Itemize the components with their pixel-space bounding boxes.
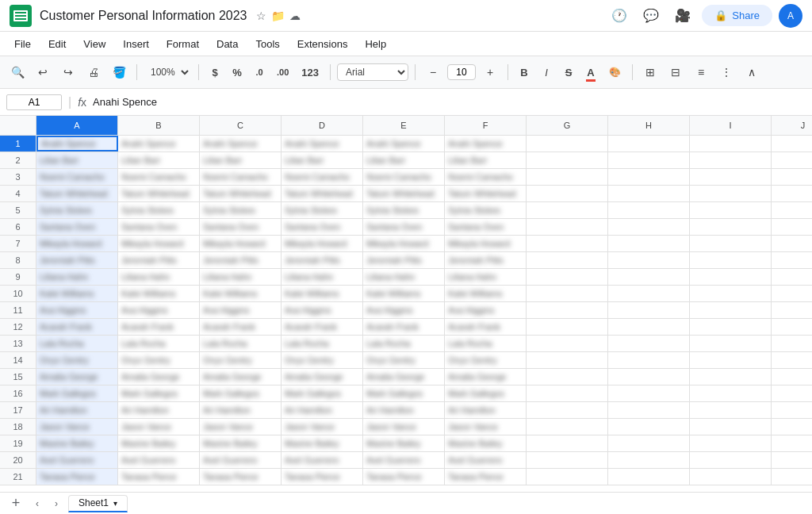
grid-cell[interactable]: Noemi Camacho [363,169,445,185]
grid-cell[interactable] [608,286,690,301]
grid-cell[interactable]: Tanasa Pierce [282,469,363,485]
decimal-decrease-button[interactable]: .0 [250,61,269,83]
grid-cell[interactable] [527,402,608,418]
grid-cell[interactable]: Maxine Bailey [200,435,282,451]
grid-cell[interactable] [527,386,608,401]
grid-cell[interactable]: Tanasa Pierce [200,469,282,485]
grid-cell[interactable]: Jeremiah Pitts [282,252,363,268]
grid-cell[interactable]: Mikayla Howard [282,236,363,251]
grid-cell[interactable]: Jason Vance [36,419,118,435]
grid-cell[interactable]: Lilian Barr [200,152,282,168]
grid-cell[interactable]: Tatum Whitehead [118,186,200,201]
grid-cell[interactable] [527,152,608,168]
font-size-input[interactable] [447,64,476,80]
grid-cell[interactable] [772,319,812,335]
grid-cell[interactable]: Onyx Gentry [36,352,118,368]
grid-cell[interactable] [690,352,772,368]
grid-cell[interactable]: Noemi Camacho [282,169,363,185]
grid-cell[interactable] [690,419,772,435]
formula-fx-icon[interactable]: fx [78,96,86,109]
col-header-b[interactable]: B [118,116,200,135]
grid-cell[interactable]: Lala Rocha [282,336,363,351]
grid-cell[interactable] [608,402,690,418]
bold-button[interactable]: B [515,61,534,83]
row-number[interactable]: 17 [0,402,36,418]
grid-cell[interactable]: Jeremiah Pitts [36,252,118,268]
grid-cell[interactable]: Ari Hamilton [118,402,200,418]
col-header-h[interactable]: H [608,116,690,135]
grid-cell[interactable] [690,152,772,168]
grid-cell[interactable] [772,435,812,451]
grid-cell[interactable] [772,152,812,168]
grid-cell[interactable]: Onyx Gentry [200,352,282,368]
grid-cell[interactable] [772,136,812,152]
grid-cell[interactable] [527,469,608,485]
align-button[interactable]: ≡ [690,61,712,83]
sheet-nav-next[interactable]: › [48,495,65,512]
grid-cell[interactable]: Sylvia Stokes [118,202,200,218]
grid-cell[interactable] [690,386,772,401]
grid-cell[interactable]: Amalia George [118,369,200,385]
grid-cell[interactable] [608,319,690,335]
grid-cell[interactable] [608,452,690,468]
grid-cell[interactable]: Kalei Williams [118,286,200,301]
comment-button[interactable]: 💬 [638,3,664,29]
grid-cell[interactable] [527,435,608,451]
grid-cell[interactable] [690,336,772,351]
grid-cell[interactable] [608,186,690,201]
grid-cell[interactable] [772,202,812,218]
grid-cell[interactable]: Tatum Whitehead [445,186,527,201]
menu-extensions[interactable]: Extensions [289,35,356,53]
grid-cell[interactable]: Amalia George [200,369,282,385]
grid-cell[interactable]: Amalia George [445,369,527,385]
menu-file[interactable]: File [6,35,39,53]
grid-cell[interactable]: Liliana Hahn [118,269,200,285]
grid-cell[interactable] [772,236,812,251]
grid-cell[interactable]: Anahi Spence [282,136,363,152]
grid-cell[interactable]: Lala Rocha [118,336,200,351]
row-number[interactable]: 1 [0,136,36,152]
grid-cell[interactable]: Kalei Williams [445,286,527,301]
undo-button[interactable]: ↩ [32,61,54,83]
grid-cell[interactable]: Maxine Bailey [118,435,200,451]
star-icon[interactable]: ☆ [256,10,266,22]
more-formats-button[interactable]: 123 [297,61,324,83]
grid-cell[interactable] [772,419,812,435]
grid-cell[interactable]: Lala Rocha [200,336,282,351]
menu-data[interactable]: Data [209,35,246,53]
font-size-decrease-button[interactable]: − [422,61,444,83]
grid-cell[interactable]: Jason Vance [282,419,363,435]
row-number[interactable]: 21 [0,469,36,485]
grid-cell[interactable]: Kalei Williams [36,286,118,301]
grid-cell[interactable] [690,252,772,268]
col-header-i[interactable]: I [690,116,772,135]
grid-cell[interactable] [608,169,690,185]
grid-cell[interactable]: Liliana Hahn [36,269,118,285]
grid-cell[interactable]: Santana Oven [200,219,282,235]
grid-cell[interactable]: Mark Gallegos [200,386,282,401]
grid-cell[interactable]: Jason Vance [445,419,527,435]
grid-cell[interactable]: Amalia George [282,369,363,385]
grid-cell[interactable] [690,402,772,418]
row-number[interactable]: 14 [0,352,36,368]
merge-cells-button[interactable]: ⊟ [665,61,687,83]
grid-cell[interactable]: Lilian Barr [36,152,118,168]
grid-cell[interactable]: Anahi Spence [36,136,118,152]
grid-cell[interactable] [527,452,608,468]
meet-button[interactable]: 🎥 [670,3,695,29]
grid-cell[interactable]: Acarah Frank [36,319,118,335]
grid-cell[interactable]: Kalei Williams [363,286,445,301]
grid-cell[interactable]: Ari Hamilton [200,402,282,418]
grid-cell[interactable] [608,269,690,285]
grid-cell[interactable] [690,186,772,201]
sheet-tab-1[interactable]: Sheet1 ▾ [68,495,128,512]
grid-cell[interactable]: Ava Higgins [445,302,527,318]
grid-cell[interactable] [608,435,690,451]
grid-cell[interactable]: Mikayla Howard [200,236,282,251]
grid-cell[interactable] [772,302,812,318]
grid-cell[interactable]: Santana Oven [445,219,527,235]
percent-button[interactable]: % [228,61,247,83]
grid-cell[interactable] [608,136,690,152]
row-number[interactable]: 18 [0,419,36,435]
grid-cell[interactable]: Acarah Frank [118,319,200,335]
